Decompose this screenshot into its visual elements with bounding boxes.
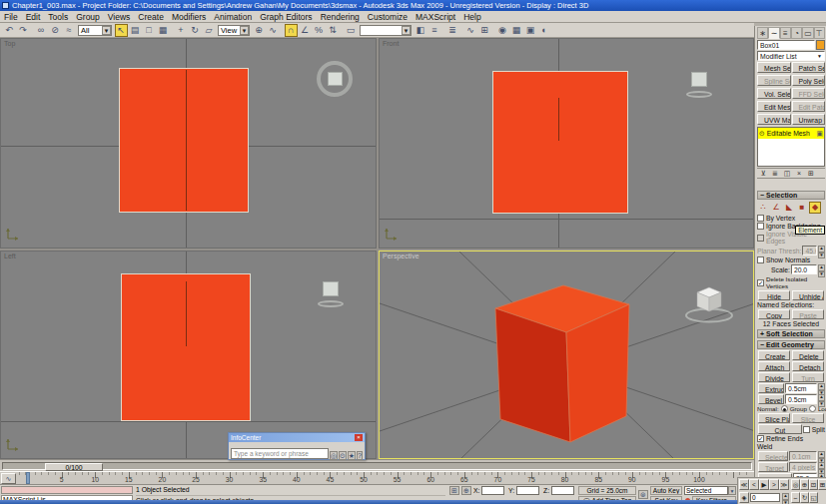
tab-modify[interactable]: ∼: [768, 27, 779, 39]
x-coordinate-field[interactable]: [481, 486, 504, 495]
viewcube[interactable]: [317, 61, 353, 97]
modifier-button-uvw-map[interactable]: UVW Map: [757, 114, 791, 125]
element-icon[interactable]: ◆: [809, 202, 821, 214]
menu-item-modifiers[interactable]: Modifiers: [168, 12, 210, 22]
by-vertex-checkbox[interactable]: [757, 215, 764, 222]
remove-modifier-icon[interactable]: ×: [793, 169, 805, 179]
soft-selection-rollout-header[interactable]: +Soft Selection: [757, 329, 825, 338]
select-by-name-icon[interactable]: ▤: [129, 24, 142, 37]
next-frame-button[interactable]: >: [769, 479, 779, 490]
menu-item-tools[interactable]: Tools: [44, 12, 72, 22]
viewcube[interactable]: [691, 72, 707, 87]
reference-coordinate-dropdown[interactable]: View▼: [218, 25, 250, 36]
viewport-top[interactable]: Top: [0, 38, 377, 249]
edit-geometry-rollout-header[interactable]: −Edit Geometry: [757, 340, 825, 349]
menu-item-file[interactable]: File: [0, 12, 22, 22]
modifier-button-unwrap-uvw[interactable]: Unwrap UVW: [792, 114, 826, 125]
zoom-extents-all-icon[interactable]: ⊞: [818, 479, 826, 490]
absolute-offset-mode-icon[interactable]: ⊕: [461, 486, 471, 495]
percent-snap-icon[interactable]: %: [313, 24, 326, 37]
zoom-all-icon[interactable]: ⊕: [800, 479, 809, 490]
render-setup-icon[interactable]: ▦: [510, 24, 523, 37]
redo-icon[interactable]: ↷: [17, 24, 30, 37]
select-and-link-icon[interactable]: ∞: [35, 24, 48, 37]
mini-curve-editor-button[interactable]: ∿: [1, 473, 16, 484]
unhide-all-button[interactable]: Unhide All: [792, 290, 824, 300]
viewport-left-label[interactable]: Left: [4, 252, 16, 259]
rectangular-selection-region-icon[interactable]: □: [143, 24, 156, 37]
modifier-button-mesh-select[interactable]: Mesh Select: [757, 62, 791, 73]
key-mode-toggle[interactable]: ◈: [739, 492, 749, 503]
zoom-icon[interactable]: ◎: [791, 479, 800, 490]
bevel-spinner[interactable]: ▲▼: [818, 394, 825, 404]
select-and-rotate-icon[interactable]: ↻: [189, 24, 202, 37]
menu-item-views[interactable]: Views: [104, 12, 135, 22]
y-coordinate-field[interactable]: [516, 486, 539, 495]
select-and-move-icon[interactable]: +: [175, 24, 188, 37]
pin-stack-icon[interactable]: ⊻: [757, 169, 769, 179]
mirror-icon[interactable]: ◧: [414, 24, 427, 37]
auto-key-button[interactable]: Auto Key: [650, 486, 682, 495]
selection-lock-icon[interactable]: ⊞: [449, 486, 459, 495]
current-frame-marker[interactable]: [26, 472, 30, 484]
vertex-icon[interactable]: ∴: [757, 202, 769, 214]
window-crossing-icon[interactable]: ▦: [157, 24, 170, 37]
time-spinner[interactable]: ▲▼: [782, 493, 789, 503]
menu-item-create[interactable]: Create: [134, 12, 168, 22]
object-color-swatch[interactable]: [816, 40, 825, 50]
menu-item-customize[interactable]: Customize: [364, 12, 412, 22]
viewport-perspective-label[interactable]: Perspective: [383, 252, 419, 259]
face-icon[interactable]: ◣: [783, 202, 795, 214]
viewcube-3d[interactable]: [686, 287, 732, 322]
track-bar-ruler[interactable]: 5101520253035404550556065707580859095100: [18, 472, 752, 484]
menu-item-graph-editors[interactable]: Graph Editors: [256, 12, 316, 22]
help-icon[interactable]: ?: [357, 451, 363, 460]
extrude-spinner[interactable]: ▲▼: [818, 383, 825, 393]
viewcube[interactable]: [323, 281, 339, 296]
normals-scale-spinner[interactable]: ▲▼: [818, 264, 825, 274]
chevron-down-icon[interactable]: ▼: [728, 486, 736, 495]
infocenter-titlebar[interactable]: InfoCenter ×: [229, 433, 365, 442]
cut-button[interactable]: Cut: [758, 424, 802, 434]
delete-isolated-vertices-checkbox[interactable]: ✓: [757, 279, 764, 286]
modifier-stack[interactable]: ⊙ Editable Mesh ▣: [757, 127, 825, 167]
normal-local-radio[interactable]: [809, 405, 816, 412]
attach-button[interactable]: Attach: [758, 361, 790, 371]
stack-item-editable-mesh[interactable]: ⊙ Editable Mesh ▣: [758, 128, 824, 139]
create-button[interactable]: Create: [758, 350, 790, 360]
quick-render-icon[interactable]: ◐: [538, 24, 551, 37]
pan-icon[interactable]: ⇔: [791, 492, 800, 503]
chevron-down-icon[interactable]: ▼: [240, 26, 249, 35]
normal-group-radio[interactable]: [781, 405, 788, 412]
selection-rollout-header[interactable]: −Selection: [757, 191, 825, 200]
menu-item-rendering[interactable]: Rendering: [317, 12, 364, 22]
spinner-snap-icon[interactable]: ⇅: [327, 24, 340, 37]
bind-to-spacewarp-icon[interactable]: ≈: [63, 24, 76, 37]
schematic-view-icon[interactable]: ⊞: [478, 24, 491, 37]
modifier-button-edit-mesh[interactable]: Edit Mesh: [757, 101, 791, 112]
new-key-tangents-icon[interactable]: ⊜: [638, 490, 648, 499]
align-icon[interactable]: ≡: [428, 24, 441, 37]
tab-display[interactable]: ▭: [802, 27, 813, 39]
viewport-front[interactable]: Front: [379, 38, 754, 249]
maximize-viewport-icon[interactable]: ◱: [809, 492, 818, 503]
tab-hierarchy[interactable]: ≡: [780, 27, 791, 39]
lightbulb-icon[interactable]: ⊙: [759, 130, 765, 138]
select-and-scale-icon[interactable]: ▱: [203, 24, 216, 37]
arc-rotate-icon[interactable]: ↻: [800, 492, 809, 503]
macro-recorder-field[interactable]: [1, 486, 133, 494]
menu-item-maxscript[interactable]: MAXScript: [412, 12, 459, 22]
go-to-start-button[interactable]: ≪: [739, 479, 749, 490]
go-to-end-button[interactable]: ≫: [779, 479, 789, 490]
material-editor-icon[interactable]: ◉: [496, 24, 509, 37]
viewcube-face[interactable]: [328, 72, 343, 86]
snaps-toggle-icon[interactable]: ∩: [285, 24, 298, 37]
polygon-icon[interactable]: ■: [796, 202, 808, 214]
use-pivot-center-icon[interactable]: ⊕: [253, 24, 266, 37]
tab-create[interactable]: ∗: [757, 27, 768, 39]
play-button[interactable]: ▶: [759, 479, 769, 490]
menu-item-edit[interactable]: Edit: [22, 12, 45, 22]
viewport-front-label[interactable]: Front: [383, 40, 399, 47]
normals-scale-field[interactable]: 20.0: [791, 264, 817, 274]
viewport-perspective[interactable]: Perspective: [379, 251, 754, 459]
